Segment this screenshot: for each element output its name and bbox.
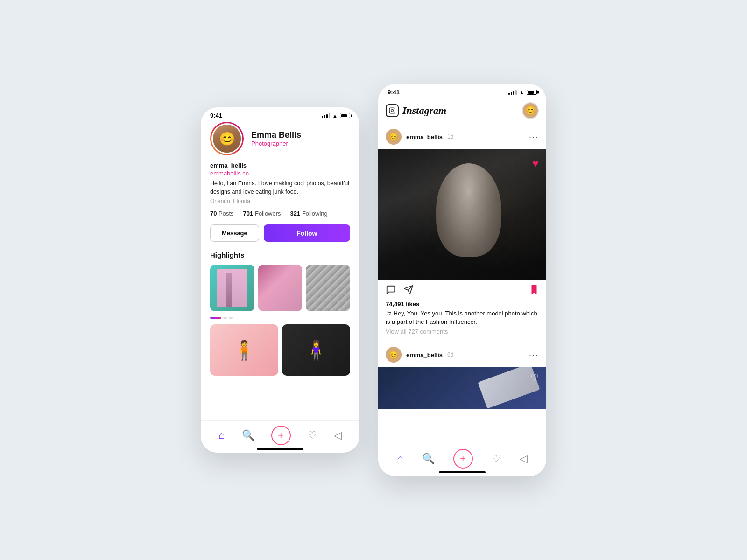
post2-photo <box>378 367 546 409</box>
post1-caption: 🗂 Hey, You. Yes you. This is another mod… <box>378 309 546 326</box>
post1-comments[interactable]: View all 727 comments <box>378 328 546 335</box>
home-indicator-right <box>439 471 486 473</box>
nav-search-right[interactable]: 🔍 <box>422 453 435 465</box>
status-bar-right: 9:41 ▲ <box>378 84 546 98</box>
instagram-icon <box>386 104 399 117</box>
post1-likes: 74,491 likes <box>378 301 546 308</box>
profile-location: Orlando, Florida <box>210 198 350 204</box>
stat-following[interactable]: 321 Following <box>290 210 328 217</box>
avatar-face <box>213 125 241 153</box>
post2-like-icon: ♡ <box>530 372 539 383</box>
nav-heart-right[interactable]: ♡ <box>492 453 501 465</box>
post1-more-button[interactable]: ··· <box>529 132 539 142</box>
svg-point-1 <box>391 110 394 112</box>
posts-grid: 🧍 🧍‍♀️ <box>210 324 350 376</box>
post1-image: ♥ <box>378 149 546 280</box>
carousel-indicator <box>210 317 350 319</box>
post2-user: 😊 emma_bellis 6d <box>386 347 453 363</box>
right-phone: 9:41 ▲ Instagram <box>378 84 546 476</box>
message-button[interactable]: Message <box>210 224 259 242</box>
action-buttons: Message Follow <box>210 224 350 242</box>
post-person-dark-icon: 🧍‍♀️ <box>304 339 328 361</box>
status-icons-right: ▲ <box>508 90 537 95</box>
profile-header: Emma Bellis Photographer <box>210 122 350 155</box>
nav-heart-left[interactable]: ♡ <box>308 429 317 441</box>
status-bar-left: 9:41 ▲ <box>201 107 359 122</box>
post-person-icon: 🧍 <box>233 339 256 361</box>
svg-point-2 <box>394 109 394 110</box>
nav-add-right[interactable]: + <box>453 449 473 469</box>
post2-avatar[interactable]: 😊 <box>386 347 402 363</box>
feed-header: Instagram 😊 <box>378 98 546 124</box>
following-count: 321 <box>290 210 301 217</box>
dot-inactive-1 <box>223 317 227 319</box>
dot-active <box>210 317 221 319</box>
post1-avatar[interactable]: 😊 <box>386 129 402 145</box>
follow-button[interactable]: Follow <box>264 224 350 242</box>
stats-row: 70 Posts 701 Followers 321 Following <box>210 210 350 217</box>
signal-icon-right <box>508 90 517 95</box>
svg-rect-0 <box>389 108 395 113</box>
post1-photo <box>378 149 546 280</box>
followers-count: 701 <box>243 210 254 217</box>
svg-marker-5 <box>532 286 536 294</box>
post1-time: 1d <box>447 133 453 140</box>
nav-home-right[interactable]: ⌂ <box>397 453 403 465</box>
nav-search-left[interactable]: 🔍 <box>242 429 254 441</box>
profile-bio: Hello, I an Emma. I love making cool pho… <box>210 180 350 196</box>
post1-actions <box>378 280 546 301</box>
wifi-icon-right: ▲ <box>519 90 524 95</box>
status-time-left: 9:41 <box>210 112 222 119</box>
nav-send-right[interactable]: ◁ <box>520 453 528 465</box>
post1-actions-left <box>386 285 414 298</box>
post2-more-button[interactable]: ··· <box>529 350 539 360</box>
profile-name-block: Emma Bellis Photographer <box>251 130 350 147</box>
battery-icon <box>340 113 350 118</box>
nav-home-left[interactable]: ⌂ <box>218 429 225 441</box>
post2-image: ♡ <box>378 367 546 409</box>
post1-user: 😊 emma_bellis 1d <box>386 129 453 145</box>
highlights-title: Highlights <box>210 251 350 259</box>
highlight-item-1[interactable] <box>210 265 254 311</box>
following-label: Following <box>302 210 328 217</box>
post2-header: 😊 emma_bellis 6d ··· <box>378 342 546 367</box>
post1-username: emma_bellis <box>406 133 443 140</box>
profile-name: Emma Bellis <box>251 130 350 140</box>
post2-user-info: emma_bellis <box>406 351 443 358</box>
share-icon[interactable] <box>403 285 414 298</box>
post-item-1[interactable]: 🧍 <box>210 324 278 376</box>
followers-label: Followers <box>255 210 281 217</box>
post1-header: 😊 emma_bellis 1d ··· <box>378 124 546 149</box>
posts-label: Posts <box>218 210 234 217</box>
status-time-right: 9:41 <box>388 89 400 96</box>
posts-count: 70 <box>210 210 217 217</box>
avatar-wrapper <box>210 122 244 155</box>
highlights-grid <box>210 265 350 311</box>
profile-link[interactable]: emmabellis.co <box>210 170 350 177</box>
bookmark-icon[interactable] <box>529 285 539 298</box>
plus-icon: + <box>278 429 284 441</box>
highlight-item-3[interactable] <box>306 265 350 311</box>
nav-send-left[interactable]: ◁ <box>334 429 342 441</box>
home-indicator-left <box>257 448 303 450</box>
highlight-item-2[interactable] <box>258 265 303 311</box>
post-item-2[interactable]: 🧍‍♀️ <box>282 324 350 376</box>
feed-user-avatar[interactable]: 😊 <box>522 102 539 119</box>
instagram-logo: Instagram <box>386 104 446 117</box>
nav-add-left[interactable]: + <box>271 426 291 445</box>
post2-username: emma_bellis <box>406 351 443 358</box>
profile-role: Photographer <box>251 140 350 147</box>
stat-followers[interactable]: 701 Followers <box>243 210 281 217</box>
dot-inactive-2 <box>229 317 233 319</box>
status-icons-left: ▲ <box>322 113 350 119</box>
comment-icon[interactable] <box>386 285 396 298</box>
instagram-text: Instagram <box>402 105 446 117</box>
signal-icon <box>322 113 330 118</box>
left-phone: 9:41 ▲ Emma Bellis Photog <box>201 107 359 453</box>
profile-username: emma_bellis <box>210 162 350 169</box>
avatar <box>211 123 242 154</box>
profile-content: Emma Bellis Photographer emma_bellis emm… <box>201 122 359 425</box>
post1-user-info: emma_bellis <box>406 133 443 140</box>
plus-icon-right: + <box>460 453 466 465</box>
stat-posts[interactable]: 70 Posts <box>210 210 234 217</box>
